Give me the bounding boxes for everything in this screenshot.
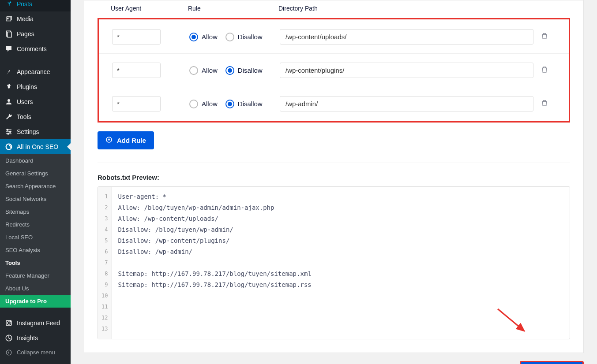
allow-option[interactable]: Allow	[189, 33, 218, 41]
menu-item-tools[interactable]: Tools	[0, 109, 71, 124]
radio-icon	[225, 100, 234, 108]
menu-item-insights[interactable]: Insights	[0, 331, 71, 345]
collapse-label: Collapse menu	[17, 349, 55, 356]
menu-item-instagram-feed[interactable]: Instagram Feed	[0, 316, 71, 331]
trash-icon[interactable]	[541, 32, 548, 41]
menu-label: Comments	[17, 45, 47, 52]
sliders-icon	[4, 128, 13, 136]
menu-item-media[interactable]: Media	[0, 11, 71, 26]
robots-card: User Agent Rule Directory Path AllowDisa…	[84, 0, 584, 353]
radio-icon	[225, 66, 234, 75]
menu-label: Posts	[17, 0, 32, 7]
robots-preview: 12345678910111213 User-agent: *Allow: /b…	[98, 186, 570, 339]
menu-item-appearance[interactable]: Appearance	[0, 64, 71, 79]
collapse-menu[interactable]: Collapse menu	[0, 345, 71, 359]
submenu-item-about-us[interactable]: About Us	[0, 282, 71, 295]
trash-icon[interactable]	[541, 66, 548, 75]
admin-sidebar: PostsMediaPagesComments AppearancePlugin…	[0, 0, 71, 364]
submenu-item-sitemaps[interactable]: Sitemaps	[0, 205, 71, 218]
menu-item-posts[interactable]: Posts	[0, 0, 71, 11]
pin-icon	[4, 0, 13, 8]
code-line: Allow: /wp-content/uploads/	[118, 213, 563, 224]
line-number: 1	[101, 191, 108, 202]
rule-row: AllowDisallow	[99, 87, 569, 120]
submenu-item-redirects[interactable]: Redirects	[0, 218, 71, 231]
user-agent-input[interactable]	[112, 96, 161, 111]
disallow-option[interactable]: Disallow	[225, 100, 263, 108]
header-path: Directory Path	[278, 5, 570, 12]
line-number: 4	[101, 224, 108, 235]
code-line	[118, 312, 563, 323]
code-line	[118, 323, 563, 334]
code-line	[118, 290, 563, 301]
disallow-option[interactable]: Disallow	[225, 33, 263, 41]
line-number: 11	[101, 301, 108, 312]
menu-item-comments[interactable]: Comments	[0, 41, 71, 56]
radio-icon	[225, 33, 234, 41]
radio-label: Allow	[202, 33, 218, 41]
radio-label: Allow	[202, 67, 218, 74]
pages-icon	[4, 30, 13, 38]
menu-label: Appearance	[17, 68, 50, 75]
menu-label: All in One SEO	[17, 143, 58, 150]
submenu-aioseo: DashboardGeneral SettingsSearch Appearan…	[0, 154, 71, 308]
brush-icon	[4, 68, 13, 76]
add-rule-label: Add Rule	[117, 137, 146, 144]
menu-item-users[interactable]: Users	[0, 94, 71, 109]
menu-item-aioseo[interactable]: All in One SEO	[0, 139, 71, 154]
submenu-item-search-appearance[interactable]: Search Appearance	[0, 180, 71, 193]
plus-circle-icon	[105, 136, 113, 145]
insights-icon	[4, 334, 13, 342]
code-line: Allow: /blog/tuyen/wp-admin/admin-ajax.p…	[118, 202, 563, 213]
submenu-item-tools[interactable]: Tools	[0, 256, 71, 269]
user-agent-input[interactable]	[112, 29, 161, 45]
svg-point-7	[8, 133, 9, 134]
wrench-icon	[4, 113, 13, 121]
trash-icon[interactable]	[541, 99, 548, 108]
code-line: Disallow: /wp-admin/	[118, 246, 563, 257]
submenu-item-seo-analysis[interactable]: SEO Analysis	[0, 244, 71, 256]
radio-label: Disallow	[238, 33, 263, 41]
code-line: Sitemap: http://167.99.78.217/blog/tuyen…	[118, 268, 563, 279]
user-icon	[4, 98, 13, 106]
allow-option[interactable]: Allow	[189, 100, 218, 108]
svg-point-11	[8, 322, 10, 324]
svg-point-4	[8, 99, 10, 102]
menu-item-plugins[interactable]: Plugins	[0, 79, 71, 94]
aioseo-icon	[4, 143, 13, 151]
submenu-item-dashboard[interactable]: Dashboard	[0, 154, 71, 167]
svg-point-1	[8, 18, 8, 19]
line-number: 3	[101, 213, 108, 224]
directory-path-input[interactable]	[280, 96, 533, 111]
user-agent-input[interactable]	[112, 63, 161, 78]
directory-path-input[interactable]	[280, 63, 533, 78]
menu-item-settings[interactable]: Settings	[0, 124, 71, 139]
menu-label: Pages	[17, 30, 34, 37]
add-rule-button[interactable]: Add Rule	[98, 131, 154, 149]
svg-point-5	[7, 129, 8, 130]
submenu-item-general-settings[interactable]: General Settings	[0, 167, 71, 180]
svg-point-6	[10, 131, 11, 133]
line-number: 12	[101, 312, 108, 323]
save-changes-button[interactable]: Save Changes	[520, 361, 584, 364]
svg-point-12	[10, 321, 11, 322]
line-number: 6	[101, 246, 108, 257]
menu-label: Users	[17, 98, 33, 105]
submenu-item-social-networks[interactable]: Social Networks	[0, 193, 71, 205]
instagram-icon	[4, 319, 13, 327]
rule-row: AllowDisallow	[99, 53, 569, 87]
menu-item-pages[interactable]: Pages	[0, 26, 71, 41]
collapse-icon	[4, 349, 13, 356]
menu-label: Media	[17, 15, 34, 22]
submenu-item-local-seo[interactable]: Local SEO	[0, 231, 71, 244]
header-rule: Rule	[188, 5, 278, 12]
submenu-upgrade[interactable]: Upgrade to Pro	[0, 295, 71, 308]
disallow-option[interactable]: Disallow	[225, 66, 263, 75]
code-line: Disallow: /blog/tuyen/wp-admin/	[118, 224, 563, 235]
allow-option[interactable]: Allow	[189, 66, 218, 75]
submenu-item-feature-manager[interactable]: Feature Manager	[0, 269, 71, 282]
menu-label: Insights	[17, 334, 38, 342]
directory-path-input[interactable]	[280, 29, 533, 45]
code-line	[118, 301, 563, 312]
line-number: 2	[101, 202, 108, 213]
